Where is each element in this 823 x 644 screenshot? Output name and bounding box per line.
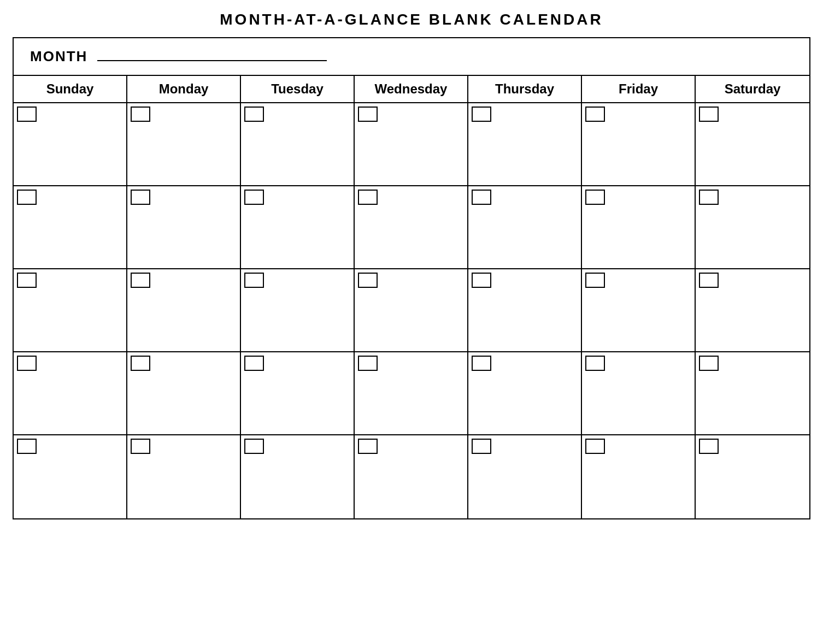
day-header-wednesday: Wednesday (355, 76, 468, 102)
date-box (131, 107, 150, 122)
days-header: Sunday Monday Tuesday Wednesday Thursday… (14, 76, 809, 103)
date-box (472, 439, 491, 454)
calendar-cell[interactable] (241, 103, 355, 185)
day-header-monday: Monday (127, 76, 241, 102)
calendar-row (14, 103, 809, 186)
calendar-cell[interactable] (127, 103, 241, 185)
day-header-sunday: Sunday (14, 76, 127, 102)
date-box (585, 439, 605, 454)
date-box (244, 356, 264, 371)
calendar-cell[interactable] (468, 186, 582, 268)
date-box (17, 356, 37, 371)
date-box (472, 190, 491, 205)
calendar-cell[interactable] (127, 435, 241, 518)
date-box (244, 107, 264, 122)
calendar-container: MONTH Sunday Monday Tuesday Wednesday Th… (13, 37, 810, 519)
date-box (699, 439, 719, 454)
date-box (472, 356, 491, 371)
date-box (585, 107, 605, 122)
date-box (17, 107, 37, 122)
date-box (17, 439, 37, 454)
calendar-cell[interactable] (696, 269, 809, 351)
calendar-cell[interactable] (241, 186, 355, 268)
day-header-thursday: Thursday (468, 76, 582, 102)
calendar-cell[interactable] (14, 352, 127, 434)
month-label: MONTH (30, 48, 87, 65)
calendar-row (14, 269, 809, 352)
calendar-cell[interactable] (127, 269, 241, 351)
calendar-row (14, 352, 809, 435)
date-box (472, 107, 491, 122)
date-box (585, 190, 605, 205)
calendar-cell[interactable] (14, 435, 127, 518)
date-box (358, 107, 378, 122)
day-header-tuesday: Tuesday (241, 76, 355, 102)
date-box (358, 356, 378, 371)
calendar-cell[interactable] (468, 269, 582, 351)
date-box (699, 107, 719, 122)
calendar-cell[interactable] (468, 435, 582, 518)
date-box (17, 190, 37, 205)
calendar-cell[interactable] (241, 269, 355, 351)
date-box (358, 273, 378, 288)
date-box (244, 273, 264, 288)
calendar-cell[interactable] (127, 352, 241, 434)
calendar-cell[interactable] (355, 103, 468, 185)
date-box (699, 356, 719, 371)
calendar-row (14, 186, 809, 269)
calendar-cell[interactable] (468, 103, 582, 185)
date-box (131, 356, 150, 371)
calendar-cell[interactable] (696, 435, 809, 518)
calendar-cell[interactable] (582, 103, 696, 185)
calendar-cell[interactable] (355, 352, 468, 434)
calendar-cell[interactable] (468, 352, 582, 434)
day-header-saturday: Saturday (696, 76, 809, 102)
calendar-cell[interactable] (696, 186, 809, 268)
date-box (131, 190, 150, 205)
date-box (244, 439, 264, 454)
calendar-cell[interactable] (241, 352, 355, 434)
month-header: MONTH (14, 38, 809, 76)
calendar-cell[interactable] (582, 269, 696, 351)
calendar-cell[interactable] (355, 186, 468, 268)
main-title: MONTH-AT-A-GLANCE BLANK CALENDAR (13, 11, 810, 28)
date-box (17, 273, 37, 288)
date-box (699, 190, 719, 205)
calendar-page: MONTH-AT-A-GLANCE BLANK CALENDAR MONTH S… (13, 11, 810, 519)
calendar-cell[interactable] (696, 103, 809, 185)
date-box (699, 273, 719, 288)
calendar-cell[interactable] (241, 435, 355, 518)
date-box (244, 190, 264, 205)
calendar-row (14, 435, 809, 518)
calendar-cell[interactable] (14, 186, 127, 268)
date-box (131, 273, 150, 288)
date-box (585, 356, 605, 371)
calendar-cell[interactable] (127, 186, 241, 268)
month-line (97, 60, 327, 61)
date-box (358, 439, 378, 454)
calendar-cell[interactable] (14, 269, 127, 351)
date-box (472, 273, 491, 288)
calendar-cell[interactable] (14, 103, 127, 185)
calendar-grid (14, 103, 809, 518)
day-header-friday: Friday (582, 76, 696, 102)
calendar-cell[interactable] (582, 352, 696, 434)
calendar-cell[interactable] (582, 186, 696, 268)
calendar-cell[interactable] (582, 435, 696, 518)
date-box (131, 439, 150, 454)
date-box (358, 190, 378, 205)
calendar-cell[interactable] (355, 269, 468, 351)
calendar-cell[interactable] (696, 352, 809, 434)
date-box (585, 273, 605, 288)
calendar-cell[interactable] (355, 435, 468, 518)
